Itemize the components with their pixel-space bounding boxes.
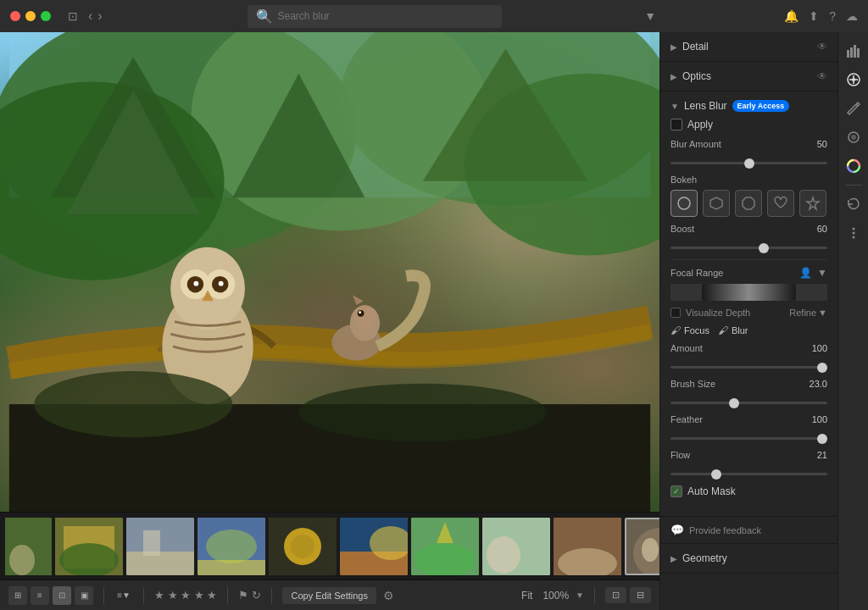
- brush-size-slider[interactable]: [670, 402, 827, 404]
- filmstrip-item-8[interactable]: [482, 518, 550, 575]
- svg-rect-62: [857, 48, 860, 58]
- focal-person-icon[interactable]: 👤: [799, 267, 812, 279]
- sort-icon[interactable]: ≡▼: [114, 586, 133, 605]
- boost-slider[interactable]: [670, 247, 827, 249]
- lens-blur-section: ▼ Lens Blur Early Access Apply Blur Amou…: [660, 92, 837, 517]
- visualize-checkbox[interactable]: [670, 308, 681, 318]
- focal-dropdown-icon[interactable]: ▼: [817, 267, 827, 279]
- help-icon[interactable]: ?: [829, 9, 836, 23]
- blur-amount-slider[interactable]: [670, 162, 827, 164]
- svg-point-55: [678, 197, 690, 209]
- feather-label: Feather: [670, 414, 703, 424]
- edit-icon[interactable]: [842, 97, 865, 120]
- svg-rect-38: [198, 560, 265, 575]
- bokeh-octagon[interactable]: [735, 190, 762, 217]
- filter-icon[interactable]: ▼: [644, 9, 656, 23]
- maximize-button[interactable]: [41, 11, 51, 21]
- filmstrip-item-10[interactable]: [625, 518, 659, 575]
- geometry-header[interactable]: ▶ Geometry: [670, 552, 827, 564]
- compare-view-icon[interactable]: ▣: [75, 586, 93, 605]
- early-access-badge: Early Access: [732, 100, 790, 112]
- close-button[interactable]: [10, 11, 20, 21]
- minimize-button[interactable]: [25, 11, 36, 21]
- refine-label: Refine: [789, 308, 816, 318]
- svg-rect-35: [143, 530, 160, 556]
- nav-back-button[interactable]: ‹: [88, 8, 92, 24]
- detail-header[interactable]: ▶ Detail 👁: [670, 41, 827, 53]
- optics-header[interactable]: ▶ Optics 👁: [670, 70, 827, 82]
- divider-4: [271, 587, 272, 604]
- flow-slider[interactable]: [670, 473, 827, 475]
- titlebar-search[interactable]: 🔍: [248, 5, 502, 28]
- refine-button[interactable]: Refine ▼: [789, 308, 827, 318]
- focus-button[interactable]: 🖌 Focus: [670, 324, 709, 336]
- histogram-icon[interactable]: [842, 39, 865, 63]
- filmstrip: [0, 512, 659, 580]
- settings-gear-icon[interactable]: ⚙: [383, 589, 394, 602]
- titlebar-right: 🔔 ⬆ ? ☁ ▼: [784, 9, 858, 23]
- sidebar-toggle-icon[interactable]: ⊡: [68, 9, 78, 23]
- optics-eye-icon[interactable]: 👁: [817, 70, 827, 82]
- notification-icon[interactable]: 🔔: [784, 9, 798, 23]
- feather-row: Feather 100: [670, 414, 827, 443]
- detail-icon[interactable]: [842, 125, 865, 149]
- filmstrip-item-9[interactable]: [554, 518, 621, 575]
- list-view-icon[interactable]: ≡: [31, 586, 49, 605]
- photo-viewer[interactable]: [0, 32, 659, 512]
- amount-slider[interactable]: [670, 366, 827, 369]
- share-icon[interactable]: ⬆: [809, 9, 819, 23]
- apply-label: Apply: [687, 119, 713, 130]
- focal-range-row: Focal Range 👤 ▼: [670, 267, 827, 279]
- svg-marker-24: [353, 295, 364, 305]
- filmstrip-item-1[interactable]: [5, 518, 52, 575]
- filmstrip-item-6[interactable]: [340, 518, 408, 575]
- feedback-row[interactable]: 💬 Provide feedback: [660, 517, 837, 544]
- apply-checkbox[interactable]: [670, 119, 682, 130]
- boost-value: 60: [817, 224, 827, 234]
- blur-button[interactable]: 🖌 Blur: [718, 324, 748, 336]
- filmstrip-item-5[interactable]: [269, 518, 337, 575]
- bokeh-hex[interactable]: [703, 190, 730, 217]
- filmstrip-item-4[interactable]: [198, 518, 265, 575]
- search-input[interactable]: [278, 10, 493, 22]
- optics-title: Optics: [682, 70, 711, 82]
- svg-point-26: [34, 371, 232, 437]
- bokeh-star[interactable]: [799, 190, 826, 217]
- filmstrip-item-2[interactable]: [55, 518, 123, 575]
- feather-slider[interactable]: [670, 437, 827, 440]
- focal-range-label: Focal Range: [670, 268, 723, 278]
- auto-mask-row: ✓ Auto Mask: [670, 485, 827, 497]
- history-icon[interactable]: [842, 192, 865, 216]
- split-view-button[interactable]: ⊟: [630, 587, 651, 603]
- titlebar-icons: ⊡: [68, 9, 78, 23]
- visualize-row: Visualize Depth Refine ▼: [670, 308, 827, 318]
- flag-icons: ⚑ ↻: [238, 589, 261, 602]
- color-icon[interactable]: [842, 154, 865, 178]
- blur-label: Blur: [732, 325, 748, 336]
- nav-forward-button[interactable]: ›: [97, 8, 102, 24]
- detail-eye-icon[interactable]: 👁: [817, 41, 827, 53]
- strip-separator-1: [845, 185, 862, 186]
- flag-icon[interactable]: ⚑: [238, 589, 248, 602]
- bokeh-heart[interactable]: [767, 190, 794, 217]
- feedback-text: Provide feedback: [689, 525, 761, 535]
- copy-edit-button[interactable]: Copy Edit Settings: [282, 587, 376, 604]
- single-view-button[interactable]: ⊡: [605, 587, 626, 603]
- star-rating[interactable]: ★ ★ ★ ★ ★: [154, 589, 217, 602]
- detail-view-icon[interactable]: ⊡: [53, 586, 71, 605]
- brush-size-row: Brush Size 23.0: [670, 379, 827, 408]
- grid-view-icon[interactable]: ⊞: [8, 586, 27, 605]
- bokeh-label: Bokeh: [670, 175, 827, 185]
- zoom-dropdown-icon[interactable]: ▼: [576, 591, 584, 600]
- filmstrip-item-3[interactable]: [126, 518, 194, 575]
- svg-rect-61: [854, 45, 856, 58]
- svg-point-70: [852, 232, 854, 235]
- brush-size-value: 23.0: [810, 379, 827, 389]
- cloud-icon[interactable]: ☁: [846, 9, 858, 23]
- auto-mask-checkbox[interactable]: ✓: [670, 485, 682, 497]
- develop-icon[interactable]: [842, 68, 865, 92]
- more-icon[interactable]: [842, 221, 865, 245]
- rotate-icon[interactable]: ↻: [252, 589, 261, 602]
- bokeh-circle[interactable]: [670, 190, 698, 217]
- filmstrip-item-7[interactable]: [411, 518, 479, 575]
